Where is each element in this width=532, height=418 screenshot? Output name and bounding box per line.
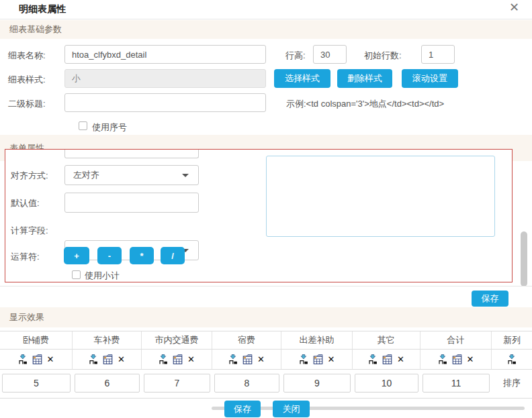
edit-column-icon[interactable]	[382, 354, 392, 364]
column-header: 车补费	[73, 331, 142, 350]
delete-style-button[interactable]: 删除样式	[337, 69, 392, 88]
table-cell: 8	[212, 370, 281, 399]
column-header: 出差补助	[281, 331, 353, 350]
basic-section-title: 细表基础参数	[9, 23, 62, 36]
table-cell: 5	[0, 370, 73, 399]
operator-multiply-button[interactable]: *	[130, 247, 154, 264]
use-subtotal-checkbox[interactable]	[72, 270, 81, 279]
form-textarea[interactable]	[266, 156, 495, 237]
column-header: 市内交通费	[142, 331, 212, 350]
insert-column-icon[interactable]	[159, 354, 168, 364]
edit-column-icon[interactable]	[103, 354, 113, 364]
column-value-input[interactable]: 9	[283, 374, 351, 393]
default-value-label: 默认值:	[11, 197, 40, 209]
default-value-input[interactable]	[64, 193, 199, 213]
operator-minus-button[interactable]: -	[97, 247, 122, 264]
column-header: 新列	[492, 331, 532, 350]
column-value-input[interactable]: 10	[355, 374, 418, 393]
column-value-input[interactable]: 5	[2, 374, 71, 393]
insert-column-icon[interactable]	[368, 354, 378, 364]
vertical-scrollbar-thumb[interactable]	[521, 231, 527, 286]
basic-section-header: 细表基础参数	[0, 20, 532, 39]
operator-plus-button[interactable]: +	[64, 247, 89, 264]
column-actions: ✕	[420, 350, 492, 370]
use-subtotal-label: 使用小计	[85, 270, 120, 282]
form-save-button[interactable]: 保存	[472, 291, 508, 307]
column-header: 其它	[353, 331, 420, 350]
column-actions: ✕	[353, 350, 420, 370]
choose-style-button[interactable]: 选择样式	[274, 69, 330, 88]
delete-column-icon[interactable]: ✕	[47, 355, 54, 364]
edit-column-icon[interactable]	[173, 354, 183, 364]
delete-column-icon[interactable]: ✕	[328, 355, 335, 364]
column-header: 宿费	[212, 331, 281, 350]
use-serial-checkbox[interactable]	[79, 121, 87, 130]
row-height-input[interactable]	[313, 45, 347, 64]
insert-column-icon[interactable]	[299, 354, 308, 364]
edit-column-icon[interactable]	[242, 354, 253, 364]
delete-column-icon[interactable]: ✕	[257, 355, 265, 364]
table-style-label: 细表样式:	[8, 74, 46, 86]
divider	[0, 19, 532, 19]
insert-column-icon[interactable]	[507, 354, 517, 364]
column-value-input[interactable]: 11	[423, 374, 490, 393]
column-actions: ✕	[0, 350, 73, 370]
table-name-label: 细表名称:	[8, 50, 46, 62]
delete-column-icon[interactable]: ✕	[118, 355, 125, 364]
insert-column-icon[interactable]	[89, 354, 98, 364]
align-select-value: 左对齐	[73, 169, 99, 181]
delete-column-icon[interactable]: ✕	[397, 355, 404, 364]
column-actions: ✕	[142, 350, 212, 370]
effect-table: 卧铺费 车补费 市内交通费 宿费 出差补助 其它 合计 新列 ✕ ✕ ✕ ✕	[0, 331, 532, 399]
column-header: 卧铺费	[0, 331, 73, 350]
divider	[0, 286, 532, 286]
table-cell: 11	[420, 370, 492, 399]
operator-divide-button[interactable]: /	[161, 247, 185, 264]
table-cell: 6	[73, 370, 142, 399]
column-actions: ✕	[281, 350, 353, 370]
example-hint: 示例:<td colspan='3'>地点</td><td></td>	[286, 98, 444, 110]
display-section-title: 显示效果	[9, 311, 44, 323]
column-actions	[492, 350, 532, 370]
table-name-input[interactable]	[64, 45, 266, 64]
table-cell: 9	[281, 370, 353, 399]
delete-column-icon[interactable]: ✕	[187, 355, 195, 364]
scroll-settings-button[interactable]: 滚动设置	[402, 69, 458, 88]
delete-column-icon[interactable]: ✕	[467, 355, 474, 364]
dialog-title: 明细表属性	[19, 3, 66, 15]
footer-close-button[interactable]: 关闭	[273, 401, 310, 417]
use-serial-label: 使用序号	[92, 121, 127, 134]
init-rows-input[interactable]	[421, 45, 455, 64]
footer-save-button[interactable]: 保存	[224, 401, 261, 417]
edit-column-icon[interactable]	[32, 354, 42, 364]
table-cell: 10	[353, 370, 420, 399]
chevron-down-icon	[182, 174, 189, 177]
subtitle-label: 二级标题:	[8, 98, 46, 110]
column-value-input[interactable]: 6	[75, 374, 140, 393]
detail-table-properties-dialog: 明细表属性 ✕ 细表基础参数 细表名称: 行高: 初始行数: 细表样式: 选择样…	[0, 0, 532, 418]
column-actions: ✕	[212, 350, 281, 370]
sort-label: 排序	[503, 377, 521, 389]
calc-field-label: 计算字段:	[11, 225, 48, 237]
edit-column-icon[interactable]	[313, 354, 323, 364]
insert-column-icon[interactable]	[18, 354, 28, 364]
align-label: 对齐方式:	[11, 170, 48, 182]
column-value-input[interactable]: 7	[144, 374, 210, 393]
subtitle-input[interactable]	[64, 93, 266, 112]
row-height-label: 行高:	[285, 50, 306, 62]
column-value-input[interactable]: 8	[214, 374, 279, 393]
table-cell: 7	[142, 370, 212, 399]
align-select[interactable]: 左对齐	[64, 165, 199, 185]
clipped-field-input[interactable]	[64, 150, 199, 158]
insert-column-icon[interactable]	[438, 354, 447, 364]
close-icon[interactable]: ✕	[509, 0, 519, 15]
operator-label: 运算符:	[11, 251, 40, 263]
insert-column-icon[interactable]	[228, 354, 238, 364]
init-rows-label: 初始行数:	[364, 50, 402, 62]
column-header: 合计	[420, 331, 492, 350]
table-style-input	[64, 69, 266, 88]
table-cell: 排序	[492, 370, 532, 399]
display-section-header: 显示效果	[0, 307, 532, 327]
column-actions: ✕	[73, 350, 142, 370]
edit-column-icon[interactable]	[452, 354, 462, 364]
